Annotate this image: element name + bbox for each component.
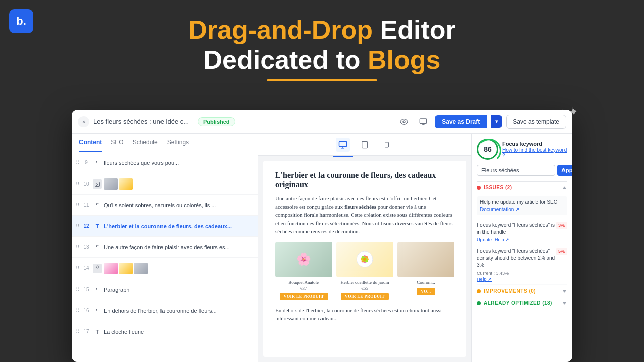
thumb-3-14: [134, 263, 148, 274]
canvas-area: L'herbier et la couronne de fleurs, des …: [258, 134, 471, 362]
issue-links-2: Help ↗: [477, 277, 567, 282]
canvas-content: L'herbier et la couronne de fleurs, des …: [258, 156, 471, 362]
drag-handle-12[interactable]: ⠿: [76, 223, 79, 229]
item-num-11: 11: [82, 202, 91, 208]
issues-title: ISSUES (2): [484, 185, 512, 190]
item-num-13: 13: [82, 244, 91, 250]
seo-panel: 86 Focus keyword How to find the best ke…: [471, 134, 572, 362]
drag-handle-14[interactable]: ⠿: [76, 265, 79, 271]
product-btn-1[interactable]: Voir le produit: [280, 293, 328, 300]
item-text-9: fleurs séchées que vous pou...: [104, 160, 254, 166]
canvas-section-title: L'herbier et la couronne de fleurs, des …: [275, 171, 454, 189]
sidebar-item-14[interactable]: ⠿ 14: [72, 258, 258, 279]
optimized-title: ALREADY OPTIMIZED (18): [484, 300, 552, 306]
sidebar-tabs: Content SEO Schedule Settings: [72, 134, 258, 152]
product-image-2: [336, 242, 393, 277]
save-template-button[interactable]: Save as template: [506, 115, 566, 129]
save-draft-dropdown-button[interactable]: ▾: [491, 115, 502, 128]
find-keyword-link[interactable]: How to find the best keyword ?: [502, 147, 567, 158]
hero-line1-highlight: Drag-and-Drop: [188, 15, 380, 44]
issue-help-link-2[interactable]: Help ↗: [477, 277, 492, 282]
svg-rect-12: [385, 142, 389, 147]
issues-dot: [477, 186, 481, 190]
product-image-1: [275, 242, 332, 277]
sidebar-item-12[interactable]: ⠿ 12 T L'herbier et la couronne de fleur…: [72, 216, 258, 237]
drag-handle-11[interactable]: ⠿: [76, 202, 79, 208]
drag-handle-10[interactable]: ⠿: [76, 181, 79, 187]
canvas-body-text: Une autre façon de faire plaisir avec de…: [275, 194, 454, 236]
sidebar-item-11[interactable]: ⠿ 11 ¶ Qu'ils soient sobres, naturels ou…: [72, 195, 258, 216]
issue-update-link-1[interactable]: Update: [477, 237, 492, 242]
item-num-10: 10: [82, 181, 91, 187]
item-num-12: 12: [82, 223, 91, 229]
doc-link[interactable]: Documentation ↗: [480, 207, 519, 212]
item-num-16: 16: [82, 308, 91, 313]
improvements-chevron: ▼: [562, 288, 567, 294]
item-text-17: La cloche fleurie: [104, 329, 254, 335]
tab-content[interactable]: Content: [79, 134, 102, 152]
hero-line1-normal: Editor: [380, 15, 456, 44]
focus-keyword-info: Focus keyword How to find the best keywo…: [502, 141, 567, 158]
drag-handle-13[interactable]: ⠿: [76, 244, 79, 250]
logo-text: b.: [16, 15, 26, 28]
drag-handle-9[interactable]: ⠿: [76, 160, 79, 165]
item-type-image-10: [93, 179, 102, 189]
editor-top-bar: × Les fleurs séchées : une idée c... Pub…: [72, 110, 572, 134]
brand-logo: b.: [9, 9, 33, 33]
improvements-title: IMPROVEMENTS (0): [484, 288, 536, 294]
product-image-3: [397, 242, 454, 277]
focus-keyword-label: Focus keyword: [502, 141, 542, 147]
optimized-dot: [477, 301, 481, 305]
item-text-15: Paragraph: [104, 287, 254, 293]
preview-eye-button[interactable]: [396, 114, 412, 129]
keyword-input[interactable]: [477, 165, 555, 176]
drag-handle-17[interactable]: ⠿: [76, 329, 79, 334]
issue-links-1: Update Help ↗: [477, 237, 567, 242]
product-btn-2[interactable]: Voir le produit: [341, 293, 389, 300]
sidebar-item-10[interactable]: ⠿ 10: [72, 173, 258, 195]
save-draft-button[interactable]: Save as Draft: [435, 115, 487, 128]
tab-settings[interactable]: Settings: [167, 134, 189, 152]
apply-button[interactable]: Apply: [557, 165, 572, 176]
issues-section-header[interactable]: ISSUES (2) ▲: [477, 181, 567, 193]
item-text-11: Qu'ils soient sobres, naturels ou coloré…: [104, 202, 254, 208]
tab-seo[interactable]: SEO: [111, 134, 123, 152]
thumb-1-10: [104, 178, 118, 190]
sidebar-item-9[interactable]: ⠿ 9 ¶ fleurs séchées que vous pou...: [72, 152, 258, 173]
optimized-header-left: ALREADY OPTIMIZED (18): [477, 300, 552, 306]
improvements-header-left: IMPROVEMENTS (0): [477, 288, 536, 294]
item-type-heading-12: T: [93, 222, 102, 231]
drag-handle-15[interactable]: ⠿: [76, 287, 79, 292]
improvements-dot: [477, 289, 481, 293]
svg-point-0: [403, 121, 405, 123]
item-type-image-14: [93, 264, 102, 273]
editor-body: Content SEO Schedule Settings ⠿ 9 ¶ fleu…: [72, 134, 572, 362]
product-img-couronne: [397, 242, 454, 277]
sidebar-item-17[interactable]: ⠿ 17 T La cloche fleurie: [72, 321, 258, 342]
improvements-section-header[interactable]: IMPROVEMENTS (0) ▼: [477, 285, 567, 297]
optimized-section-header[interactable]: ALREADY OPTIMIZED (18) ▼: [477, 297, 567, 309]
item-text-12: L'herbier et la couronne de fleurs, des …: [104, 223, 254, 229]
sidebar-item-13[interactable]: ⠿ 13 ¶ Une autre façon de faire plaisir …: [72, 237, 258, 258]
help-text: Help me update my article for SEO: [480, 199, 564, 205]
sidebar-item-15[interactable]: ⠿ 15 ¶ Paragraph: [72, 279, 258, 300]
tablet-view-button[interactable]: [358, 138, 372, 152]
mobile-view-button[interactable]: [380, 138, 394, 152]
thumb-2-10: [119, 178, 133, 190]
sidebar-item-16[interactable]: ⠿ 16 ¶ En dehors de l'herbier, la couron…: [72, 300, 258, 321]
product-btn-3[interactable]: Vo...: [417, 288, 435, 295]
page-canvas[interactable]: L'herbier et la couronne de fleurs, des …: [263, 161, 466, 357]
seo-score-value: 86: [484, 145, 492, 153]
drag-handle-16[interactable]: ⠿: [76, 308, 79, 313]
hero-line2-normal: Dedicated to: [204, 45, 368, 74]
seo-panel-content: 86 Focus keyword How to find the best ke…: [472, 134, 572, 314]
device-preview-button[interactable]: [416, 114, 431, 129]
tab-schedule[interactable]: Schedule: [133, 134, 158, 152]
thumb-2-14: [119, 263, 133, 274]
item-thumbs-14: [104, 263, 148, 274]
desktop-view-button[interactable]: [336, 138, 350, 152]
item-type-heading-17: T: [93, 327, 102, 336]
issue-help-link-1[interactable]: Help ↗: [495, 237, 509, 242]
seo-help-section: Help me update my article for SEO Docume…: [477, 196, 567, 215]
close-button[interactable]: ×: [78, 116, 89, 127]
